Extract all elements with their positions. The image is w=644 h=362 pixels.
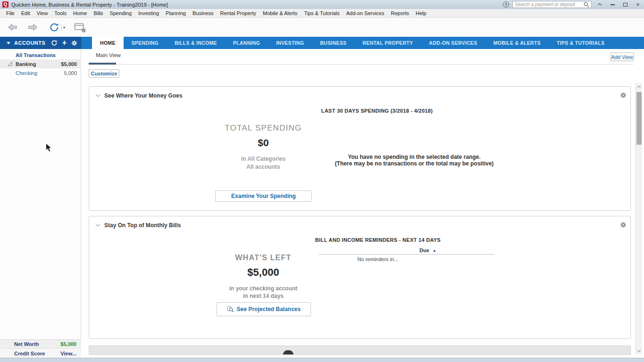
tab-home[interactable]: HOME xyxy=(92,37,124,49)
spending-sub1: in All Categories xyxy=(216,154,310,163)
menu-planning[interactable]: Planning xyxy=(162,10,189,16)
maximize-icon xyxy=(623,3,627,7)
main-nav-bar: ACCOUNTS + HOME SPENDING BILLS & INCOME … xyxy=(0,37,644,49)
bills-panel: Stay On Top of Monthly Bills BILL AND IN… xyxy=(89,216,631,339)
forward-button[interactable] xyxy=(27,23,38,32)
sidebar-item-banking[interactable]: Banking $5,000 xyxy=(0,59,81,68)
tab-main-view[interactable]: Main View xyxy=(96,52,121,58)
menu-view[interactable]: View xyxy=(33,10,51,16)
vertical-scrollbar[interactable] xyxy=(635,83,642,354)
tab-spending[interactable]: SPENDING xyxy=(124,37,167,49)
tab-planning[interactable]: PLANNING xyxy=(225,37,268,49)
menu-reports[interactable]: Reports xyxy=(388,10,413,16)
checking-label: Checking xyxy=(16,70,37,76)
close-button[interactable]: × xyxy=(633,0,643,8)
scroll-down-button[interactable] xyxy=(636,347,643,354)
sidebar-item-checking[interactable]: Checking 5,000 xyxy=(0,69,81,77)
tab-bills-income[interactable]: BILLS & INCOME xyxy=(167,37,225,49)
net-worth-row[interactable]: Net Worth $5,000 xyxy=(0,339,81,349)
menu-mobile-alerts[interactable]: Mobile & Alerts xyxy=(259,10,301,16)
tab-mobile-alerts[interactable]: MOBILE & ALERTS xyxy=(485,37,549,49)
sidebar-item-all-transactions[interactable]: All Transactions xyxy=(0,51,81,59)
help-icon[interactable]: ? xyxy=(503,1,509,8)
banking-label: Banking xyxy=(16,61,36,67)
menu-addon-services[interactable]: Add-on Services xyxy=(343,10,388,16)
accounts-gear-icon[interactable] xyxy=(71,40,77,46)
minimize-icon xyxy=(611,4,615,5)
bills-panel-title: Stay On Top of Monthly Bills xyxy=(104,222,181,229)
one-step-update-button[interactable]: ▾ xyxy=(49,22,65,33)
menu-rental-property[interactable]: Rental Property xyxy=(217,10,259,16)
bills-panel-gear-button[interactable] xyxy=(620,222,627,230)
menu-help[interactable]: Help xyxy=(412,10,430,16)
menu-tools[interactable]: Tools xyxy=(51,10,70,16)
menu-bills[interactable]: Bills xyxy=(90,10,106,16)
spending-panel-title: See Where Your Money Goes xyxy=(104,92,183,99)
customize-button[interactable]: Customize xyxy=(89,69,119,78)
status-strip xyxy=(0,358,644,362)
toolbar: ▾ xyxy=(0,18,644,37)
menu-edit[interactable]: Edit xyxy=(18,10,33,16)
scrollbar-thumb[interactable] xyxy=(636,92,642,145)
tab-investing[interactable]: INVESTING xyxy=(268,37,312,49)
whats-left-sub2: in next 14 days xyxy=(216,291,310,300)
search-icon[interactable] xyxy=(584,2,589,8)
view-tab-divider xyxy=(89,64,634,65)
expand-panel-handle[interactable] xyxy=(283,350,293,354)
tab-rental-property[interactable]: RENTAL PROPERTY xyxy=(355,37,421,49)
due-column-header[interactable]: Due ▲ xyxy=(419,247,436,253)
main-view-active-underline xyxy=(89,63,116,65)
register-settings-button[interactable] xyxy=(74,23,85,32)
search-input[interactable] xyxy=(515,2,584,7)
gear-icon xyxy=(620,92,627,99)
expander-icon[interactable] xyxy=(7,61,13,67)
tab-tips-tutorials[interactable]: TIPS & TUTORIALS xyxy=(549,37,612,49)
see-projected-balances-button[interactable]: See Projected Balances xyxy=(217,302,311,316)
menu-file[interactable]: File xyxy=(3,10,18,16)
reminders-heading: BILL AND INCOME REMINDERS - NEXT 14 DAYS xyxy=(315,237,441,243)
no-spending-message-1: You have no spending in the selected dat… xyxy=(348,154,480,160)
collapsed-panel-bar[interactable] xyxy=(89,346,631,355)
no-spending-message-2: (There may be no transactions or the tot… xyxy=(335,160,494,167)
accounts-title: ACCOUNTS xyxy=(14,40,45,46)
gear-icon xyxy=(81,28,86,33)
menu-tips-tutorials[interactable]: Tips & Tutorials xyxy=(301,10,343,16)
menu-home[interactable]: Home xyxy=(70,10,90,16)
credit-score-row[interactable]: Credit Score View... xyxy=(0,349,81,358)
tab-business[interactable]: BUSINESS xyxy=(312,37,354,49)
minimize-button[interactable] xyxy=(608,0,617,8)
chevron-down-icon[interactable]: ▾ xyxy=(63,25,65,30)
back-arrow-icon xyxy=(8,23,18,32)
add-view-button[interactable]: Add View xyxy=(610,52,634,61)
menu-investing[interactable]: Investing xyxy=(135,10,162,16)
refresh-accounts-icon[interactable] xyxy=(51,40,58,46)
accounts-sidebar: All Transactions Banking $5,000 Checking… xyxy=(0,49,81,358)
all-transactions-label: All Transactions xyxy=(16,52,56,58)
scroll-up-button[interactable] xyxy=(636,83,643,90)
net-worth-label: Net Worth xyxy=(0,341,39,347)
tab-addon-services[interactable]: ADD-ON SERVICES xyxy=(421,37,485,49)
nav-tabs: HOME SPENDING BILLS & INCOME PLANNING IN… xyxy=(92,37,612,49)
forward-arrow-icon xyxy=(27,23,38,32)
spending-heading: LAST 30 DAYS SPENDING (3/2018 - 4/2018) xyxy=(321,108,433,114)
collapse-panel-icon[interactable] xyxy=(96,222,100,227)
global-search-box[interactable] xyxy=(512,1,592,8)
menu-business[interactable]: Business xyxy=(189,10,217,16)
collapse-ribbon-button[interactable] xyxy=(595,0,604,8)
chevron-down-icon xyxy=(637,348,641,352)
back-button[interactable] xyxy=(8,23,18,32)
see-projected-balances-label: See Projected Balances xyxy=(237,306,301,313)
credit-score-view-link[interactable]: View... xyxy=(60,351,76,356)
add-account-icon[interactable]: + xyxy=(62,39,67,47)
spending-panel-gear-button[interactable] xyxy=(620,92,627,100)
accounts-header[interactable]: ACCOUNTS + xyxy=(0,37,81,49)
menu-spending[interactable]: Spending xyxy=(107,10,135,16)
examine-spending-label: Examine Your Spending xyxy=(231,193,296,199)
menu-bar: File Edit View Tools Home Bills Spending… xyxy=(0,9,644,18)
collapse-panel-icon[interactable] xyxy=(96,92,100,97)
spending-panel: See Where Your Money Goes LAST 30 DAYS S… xyxy=(89,86,631,211)
refresh-icon xyxy=(49,22,59,33)
chevron-down-icon[interactable] xyxy=(7,42,10,44)
maximize-button[interactable] xyxy=(620,0,630,8)
examine-spending-button[interactable]: Examine Your Spending xyxy=(215,190,312,202)
